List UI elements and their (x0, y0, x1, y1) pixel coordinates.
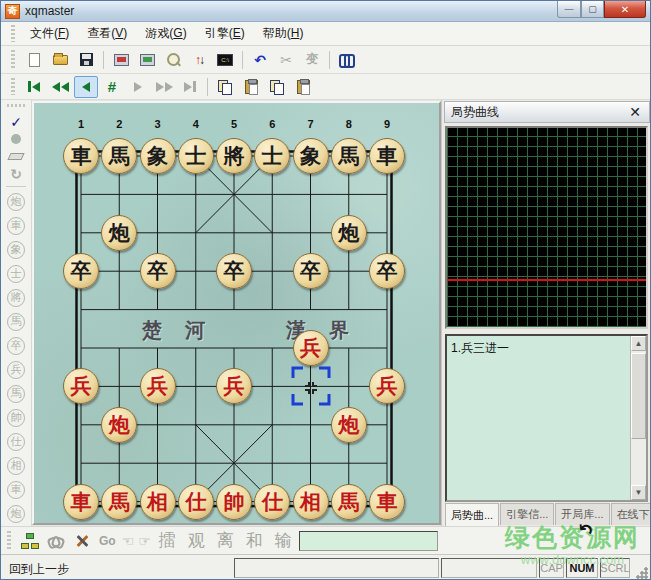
red-piece-炮[interactable]: 炮 (101, 407, 137, 443)
toolbar-grip[interactable] (11, 50, 15, 69)
black-piece-士[interactable]: 士 (254, 138, 290, 174)
menu-item-V[interactable]: 查看(V) (78, 22, 136, 45)
tab-4[interactable]: 在线下... (611, 503, 651, 525)
piece-palette-5[interactable]: 將 (7, 289, 25, 307)
move-number-button[interactable]: # (100, 76, 124, 98)
hand-right-icon[interactable]: ☞ (138, 533, 151, 549)
online-button-3[interactable]: 离 (217, 531, 234, 550)
move-list[interactable]: 1.兵三进一 ▲ ▼ (445, 334, 648, 502)
black-piece-馬[interactable]: 馬 (331, 138, 367, 174)
black-piece-車[interactable]: 車 (369, 138, 405, 174)
piece-palette-6[interactable]: 馬 (7, 313, 25, 331)
red-piece-馬[interactable]: 馬 (331, 484, 367, 520)
black-piece-象[interactable]: 象 (293, 138, 329, 174)
menu-item-G[interactable]: 游戏(G) (136, 22, 195, 45)
red-piece-馬[interactable]: 馬 (101, 484, 137, 520)
piece-palette-1[interactable]: 炮 (7, 193, 25, 211)
menu-item-F[interactable]: 文件(F) (21, 22, 78, 45)
piece-palette-3[interactable]: 象 (7, 241, 25, 259)
red-piece-車[interactable]: 車 (369, 484, 405, 520)
red-piece-車[interactable]: 車 (63, 484, 99, 520)
piece-palette-14[interactable]: 炮 (7, 505, 25, 523)
online-button-2[interactable]: 观 (188, 531, 205, 550)
minimize-button[interactable]: — (557, 1, 581, 18)
online-button-4[interactable]: 和 (246, 531, 263, 550)
go-first-button[interactable] (22, 76, 46, 98)
go-last-button[interactable] (178, 76, 202, 98)
fast-forward-button[interactable] (152, 76, 176, 98)
scroll-thumb[interactable] (631, 353, 646, 439)
black-piece-卒[interactable]: 卒 (216, 253, 252, 289)
red-piece-相[interactable]: 相 (140, 484, 176, 520)
piece-palette-7[interactable]: 卒 (7, 337, 25, 355)
piece-palette-8[interactable]: 兵 (7, 361, 25, 379)
tab-3[interactable]: 开局库... (555, 503, 609, 525)
black-piece-卒[interactable]: 卒 (140, 253, 176, 289)
disconnect-button[interactable] (44, 530, 68, 552)
console-button[interactable]: C:\ (213, 49, 237, 71)
black-piece-炮[interactable]: 炮 (331, 215, 367, 251)
tab-1[interactable]: 局势曲... (445, 503, 499, 526)
move-item-1[interactable]: 1.兵三进一 (449, 338, 628, 359)
eraser-button[interactable] (4, 148, 28, 166)
red-piece-仕[interactable]: 仕 (254, 484, 290, 520)
piece-palette-12[interactable]: 相 (7, 457, 25, 475)
rotate-board-button[interactable]: ↻ (4, 166, 28, 184)
maximize-button[interactable]: ▢ (581, 1, 604, 18)
piece-palette-4[interactable]: 士 (7, 265, 25, 283)
resize-grip[interactable] (635, 566, 648, 579)
network-button[interactable] (18, 530, 42, 552)
scroll-down-button[interactable]: ▼ (631, 485, 646, 500)
panel-close-icon[interactable]: ✕ (627, 104, 643, 120)
black-piece-卒[interactable]: 卒 (293, 253, 329, 289)
step-forward-button[interactable] (126, 76, 150, 98)
black-piece-炮[interactable]: 炮 (101, 215, 137, 251)
open-button[interactable] (48, 49, 72, 71)
black-piece-士[interactable]: 士 (178, 138, 214, 174)
piece-palette-11[interactable]: 仕 (7, 433, 25, 451)
black-piece-車[interactable]: 車 (63, 138, 99, 174)
undo-button[interactable]: ↶ (248, 49, 272, 71)
red-piece-兵[interactable]: 兵 (293, 330, 329, 366)
menu-item-E[interactable]: 引擎(E) (196, 22, 254, 45)
piece-palette-2[interactable]: 車 (7, 217, 25, 235)
xiangqi-board[interactable]: 楚 河 漢 界 123456789車馬象士將士象馬車炮炮卒卒卒卒卒兵兵兵兵兵炮炮… (34, 103, 439, 523)
menu-item-H[interactable]: 帮助(H) (254, 22, 313, 45)
toolbar-grip[interactable] (7, 531, 11, 550)
black-piece-卒[interactable]: 卒 (369, 253, 405, 289)
flip-board-button[interactable]: ↑↓ (187, 49, 211, 71)
search-button[interactable] (335, 49, 359, 71)
black-piece-馬[interactable]: 馬 (101, 138, 137, 174)
paste-fen-button[interactable] (291, 76, 315, 98)
black-piece-象[interactable]: 象 (140, 138, 176, 174)
fast-back-button[interactable] (48, 76, 72, 98)
zoom-button[interactable] (161, 49, 185, 71)
board-style-green-button[interactable] (135, 49, 159, 71)
copy-fen-button[interactable] (265, 76, 289, 98)
settings-button[interactable] (70, 530, 94, 552)
scroll-up-button[interactable]: ▲ (631, 336, 646, 351)
online-button-5[interactable]: 输 (275, 531, 292, 550)
piece-palette-13[interactable]: 車 (7, 481, 25, 499)
paste-button[interactable] (239, 76, 263, 98)
hand-left-icon[interactable]: ☜ (122, 533, 135, 549)
close-button[interactable]: ✕ (604, 1, 646, 18)
step-back-button[interactable] (74, 76, 98, 98)
online-button-1[interactable]: 擂 (159, 531, 176, 550)
cut-button[interactable]: ✂ (274, 49, 298, 71)
confirm-button[interactable]: ✓ (4, 113, 28, 131)
red-piece-炮[interactable]: 炮 (331, 407, 367, 443)
red-piece-仕[interactable]: 仕 (178, 484, 214, 520)
toolbar-grip[interactable] (11, 78, 15, 96)
toolbar-grip[interactable] (7, 104, 25, 107)
copy-button[interactable] (213, 76, 237, 98)
piece-palette-9[interactable]: 馬 (7, 385, 25, 403)
save-button[interactable] (74, 49, 98, 71)
chat-field[interactable] (299, 531, 438, 551)
black-piece-將[interactable]: 將 (216, 138, 252, 174)
go-button[interactable]: Go (99, 534, 116, 548)
move-list-scrollbar[interactable]: ▲ ▼ (630, 336, 646, 500)
tab-2[interactable]: 引擎信... (500, 503, 554, 525)
red-piece-兵[interactable]: 兵 (140, 368, 176, 404)
red-piece-相[interactable]: 相 (293, 484, 329, 520)
